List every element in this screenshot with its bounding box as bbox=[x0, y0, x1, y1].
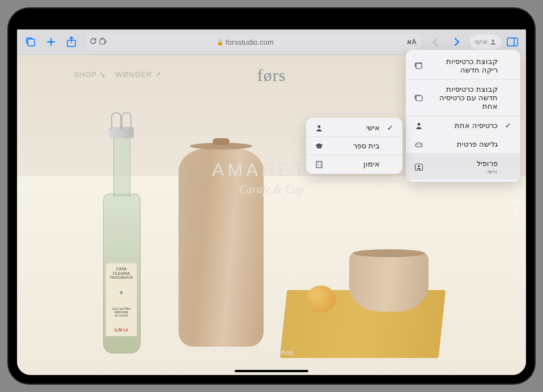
svg-point-13 bbox=[318, 125, 321, 128]
checkmark-icon: ✓ bbox=[385, 123, 394, 132]
extensions-icon[interactable] bbox=[99, 37, 107, 46]
home-indicator[interactable] bbox=[235, 370, 308, 372]
person-icon bbox=[490, 39, 497, 45]
scroll-hint-label: scroll to shop bbox=[249, 349, 294, 356]
svg-rect-8 bbox=[416, 63, 422, 69]
scene-table bbox=[17, 176, 526, 375]
svg-rect-3 bbox=[28, 39, 35, 46]
battery-icon bbox=[80, 20, 92, 27]
bottle-label-vol: 0,50 Lℓ bbox=[107, 328, 135, 333]
submenu-item-training[interactable]: אימון bbox=[306, 155, 402, 173]
menu-new-group-with-tab-label: קבוצת כרטיסיות חדשה עם כרטיסיה אחת bbox=[430, 85, 498, 110]
bottle-label-mid: OLIO EXTRA VERGINE DI OLIVA bbox=[107, 307, 135, 317]
menu-profile-value: אישי bbox=[430, 168, 498, 174]
wifi-icon bbox=[52, 21, 60, 27]
ipad-screen: 9:41 100% יום ב׳, 5 ביוני bbox=[17, 17, 526, 375]
site-nav: SHOP ↘ WØNDER ↗ bbox=[74, 70, 162, 79]
submenu-item-personal[interactable]: ✓ אישי bbox=[306, 119, 402, 137]
nav-shop[interactable]: SHOP ↘ bbox=[74, 70, 106, 79]
nav-wonder[interactable]: WØNDER ↗ bbox=[115, 70, 162, 79]
svg-rect-1 bbox=[81, 22, 90, 25]
status-time: 9:41 bbox=[25, 20, 37, 27]
sidebar-button[interactable] bbox=[503, 33, 521, 51]
submenu-item-label: אישי bbox=[330, 123, 380, 132]
svg-point-10 bbox=[418, 123, 421, 126]
cellular-icon bbox=[39, 23, 50, 25]
profile-pill[interactable]: אישי bbox=[470, 35, 501, 49]
lock-icon: 🔒 bbox=[217, 39, 223, 45]
back-button bbox=[427, 33, 445, 51]
scene-fruit bbox=[306, 286, 336, 313]
svg-rect-2 bbox=[90, 22, 91, 24]
person-icon bbox=[414, 122, 424, 130]
svg-rect-9 bbox=[416, 96, 422, 101]
tabs-button[interactable] bbox=[22, 33, 40, 51]
svg-rect-7 bbox=[507, 38, 517, 46]
menu-profile-label: פרופיל bbox=[477, 159, 498, 168]
graduation-icon bbox=[314, 143, 324, 150]
svg-point-12 bbox=[418, 165, 420, 167]
menu-new-empty-group[interactable]: קבוצת כרטיסיות ריקה חדשה bbox=[406, 52, 520, 79]
menu-profile[interactable]: פרופיל אישי bbox=[406, 154, 520, 180]
svg-rect-5 bbox=[100, 39, 105, 44]
scene-vase-knob bbox=[213, 138, 230, 145]
tab-group-icon bbox=[414, 94, 424, 102]
menu-one-tab-label: כרטיסיה אחת bbox=[430, 121, 498, 130]
address-bar[interactable]: 🔒 forsstudio.com אA bbox=[86, 33, 421, 50]
profile-submenu: ✓ אישי בית ספר אימון bbox=[306, 118, 402, 174]
reader-button[interactable]: אA bbox=[407, 38, 417, 46]
chevron-down-icon bbox=[268, 357, 275, 363]
status-date: יום ב׳, 5 ביוני bbox=[485, 20, 518, 28]
menu-private-browsing[interactable]: גלישה פרטית bbox=[406, 135, 520, 154]
menu-new-group-with-tab[interactable]: קבוצת כרטיסיות חדשה עם כרטיסיה אחת bbox=[406, 80, 520, 116]
site-brand[interactable]: førs bbox=[257, 66, 286, 85]
bottle-label-crest: ⚜ bbox=[107, 291, 135, 296]
bottle-label: CASA OLEARIA TAGGIASCA ⚜ OLIO EXTRA VERG… bbox=[105, 263, 137, 336]
scene-cup bbox=[349, 253, 429, 312]
checkmark-icon: ✓ bbox=[503, 121, 512, 130]
hero-subtitle: Carafe & Cup bbox=[212, 183, 331, 196]
status-bar: 9:41 100% יום ב׳, 5 ביוני bbox=[17, 17, 526, 29]
profile-badge-icon bbox=[414, 163, 424, 171]
url-text: forsstudio.com bbox=[226, 38, 274, 46]
private-icon bbox=[414, 141, 424, 148]
bottle-label-top: CASA OLEARIA TAGGIASCA bbox=[107, 267, 135, 280]
submenu-item-label: אימון bbox=[330, 160, 380, 168]
battery-pct: 100% bbox=[62, 20, 78, 27]
scene-bottle: CASA OLEARIA TAGGIASCA ⚜ OLIO EXTRA VERG… bbox=[96, 116, 146, 353]
share-button[interactable] bbox=[62, 33, 80, 51]
forward-button[interactable] bbox=[447, 33, 465, 51]
person-icon bbox=[314, 124, 324, 132]
tab-group-plus-icon bbox=[414, 62, 424, 70]
menu-one-tab[interactable]: ✓ כרטיסיה אחת bbox=[406, 116, 520, 135]
new-tab-button[interactable] bbox=[42, 33, 60, 51]
menu-new-empty-group-label: קבוצת כרטיסיות ריקה חדשה bbox=[430, 57, 498, 74]
tab-group-menu: קבוצת כרטיסיות ריקה חדשה קבוצת כרטיסיות … bbox=[406, 50, 520, 182]
scroll-hint[interactable]: scroll to shop bbox=[249, 349, 294, 363]
ipad-frame: 9:41 100% יום ב׳, 5 ביוני bbox=[9, 8, 534, 384]
building-icon bbox=[314, 160, 324, 168]
submenu-item-label: בית ספר bbox=[330, 142, 380, 150]
reload-icon[interactable] bbox=[90, 37, 97, 46]
menu-private-browsing-label: גלישה פרטית bbox=[430, 140, 498, 148]
svg-point-6 bbox=[492, 40, 494, 42]
submenu-item-school[interactable]: בית ספר bbox=[306, 137, 402, 155]
profile-pill-label: אישי bbox=[474, 38, 487, 46]
svg-rect-14 bbox=[316, 161, 322, 168]
